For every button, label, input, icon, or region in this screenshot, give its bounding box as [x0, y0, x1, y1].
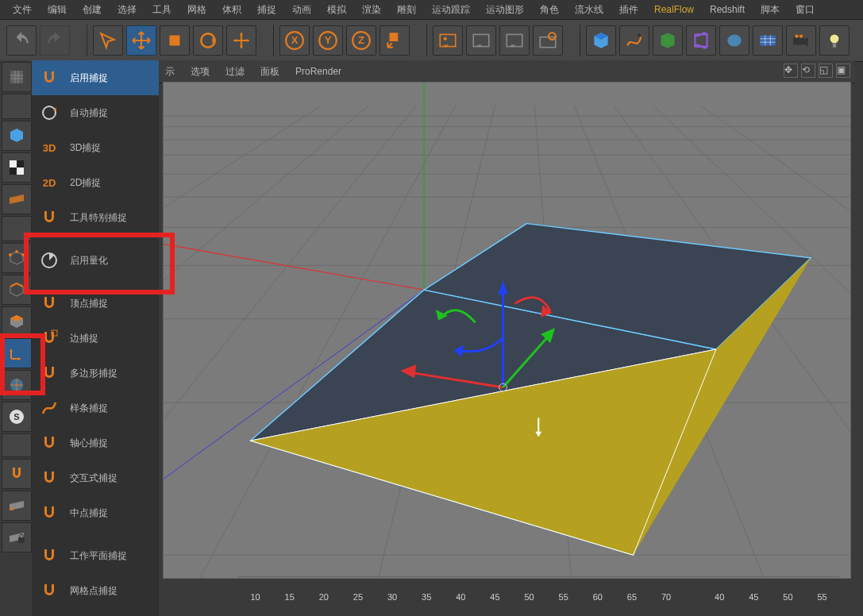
- spline-primitive-button[interactable]: [619, 25, 649, 56]
- edges-mode-button[interactable]: [2, 275, 32, 305]
- select-tool[interactable]: [93, 25, 123, 56]
- snap-toggle-button[interactable]: [2, 459, 32, 489]
- svg-rect-12: [507, 34, 522, 46]
- model-mode-button[interactable]: [2, 121, 32, 151]
- snap-auto-item[interactable]: 自动捕捉: [32, 95, 159, 130]
- view-menu-options[interactable]: 选项: [191, 65, 210, 79]
- svg-line-56: [164, 244, 424, 291]
- view-menu-panel[interactable]: 面板: [260, 65, 279, 79]
- snap-edge-item[interactable]: 边捕捉: [32, 321, 159, 356]
- polygons-mode-button[interactable]: [2, 306, 32, 337]
- render-view-button[interactable]: [433, 25, 463, 56]
- snap-vertex-item[interactable]: 顶点捕捉: [32, 286, 159, 321]
- snap-axis-item[interactable]: 轴心捕捉: [32, 425, 159, 460]
- render-settings-button[interactable]: [533, 25, 563, 56]
- menu-sculpt[interactable]: 雕刻: [389, 1, 424, 19]
- menu-script[interactable]: 脚本: [753, 1, 788, 19]
- snap-spline-item[interactable]: 样条捕捉: [32, 391, 159, 425]
- object-axis-button[interactable]: [2, 370, 32, 400]
- render-region-button[interactable]: [499, 25, 530, 56]
- snap-gridpoint-item[interactable]: 网格点捕捉: [32, 573, 159, 608]
- snap-2d-item[interactable]: 2D 2D捕捉: [32, 165, 159, 200]
- view-menu-filter[interactable]: 过滤: [225, 65, 245, 79]
- make-editable-button[interactable]: [2, 62, 32, 92]
- z-axis-toggle[interactable]: Z: [346, 25, 376, 56]
- ruler-tick: 45: [478, 592, 512, 602]
- move-tool[interactable]: [126, 25, 156, 56]
- menu-create[interactable]: 创建: [75, 1, 110, 19]
- separator: [38, 533, 39, 535]
- menu-volume[interactable]: 体积: [214, 1, 249, 19]
- menu-file[interactable]: 文件: [5, 1, 40, 19]
- redo-button[interactable]: [40, 25, 70, 56]
- view-menu-prorender[interactable]: ProRender: [295, 66, 341, 77]
- camera-button[interactable]: [786, 25, 816, 56]
- rotate-tool[interactable]: [193, 25, 223, 56]
- menu-snap[interactable]: 捕捉: [249, 1, 284, 19]
- viewport-nav-icon[interactable]: ▣: [836, 64, 850, 78]
- workplane-snap-button[interactable]: [2, 491, 32, 521]
- snap-item-label: 3D捕捉: [70, 141, 101, 155]
- snap-item-label: 顶点捕捉: [70, 297, 108, 310]
- menu-edit[interactable]: 编辑: [40, 1, 75, 19]
- menu-animate[interactable]: 动画: [284, 1, 319, 19]
- menu-motiontrack[interactable]: 运动跟踪: [424, 1, 478, 19]
- menu-realflow[interactable]: RealFlow: [646, 2, 702, 17]
- menu-window[interactable]: 窗口: [788, 1, 823, 19]
- points-mode-button[interactable]: [2, 243, 32, 273]
- snap-midpoint-item[interactable]: 中点捕捉: [32, 495, 159, 530]
- snap-item-label: 启用捕捉: [70, 71, 108, 85]
- free-tool[interactable]: [226, 25, 256, 56]
- floor-button[interactable]: [753, 25, 783, 56]
- menu-pipeline[interactable]: 流水线: [567, 1, 611, 19]
- deformer-button[interactable]: [686, 25, 716, 56]
- timeline-ruler[interactable]: 10 15 20 25 30 35 40 45 50 55 60 65 70 4…: [238, 579, 839, 602]
- texture-mode-button[interactable]: [2, 152, 32, 183]
- coord-system-button[interactable]: [379, 25, 410, 56]
- menu-character[interactable]: 角色: [532, 1, 567, 19]
- menu-tools[interactable]: 工具: [144, 1, 179, 19]
- cube-primitive-button[interactable]: [586, 25, 616, 56]
- svg-rect-23: [17, 167, 24, 175]
- viewport-nav-icon[interactable]: ◱: [819, 64, 833, 78]
- menu-plugins[interactable]: 插件: [611, 1, 646, 19]
- svg-point-19: [830, 34, 839, 43]
- snap-workplane-item[interactable]: 工作平面捕捉: [32, 538, 159, 573]
- 3d-viewport[interactable]: [164, 83, 850, 578]
- viewport-nav-icon[interactable]: ✥: [784, 64, 798, 78]
- separator: [38, 238, 39, 240]
- view-menu-display[interactable]: 示: [165, 65, 175, 79]
- menu-mesh[interactable]: 网格: [179, 1, 214, 19]
- menu-select[interactable]: 选择: [110, 1, 144, 19]
- 2d-icon: 2D: [38, 171, 60, 194]
- lock-workplane-button[interactable]: [2, 522, 32, 552]
- snap-3d-item[interactable]: 3D 3D捕捉: [32, 130, 159, 165]
- ruler-tick: 30: [376, 592, 410, 602]
- light-button[interactable]: [819, 25, 850, 56]
- y-axis-toggle[interactable]: Y: [313, 25, 343, 56]
- ruler-tick: 60: [580, 592, 615, 602]
- svg-point-14: [549, 33, 556, 40]
- magnet-icon: [38, 292, 60, 314]
- axis-mode-button[interactable]: [2, 338, 32, 368]
- scale-tool[interactable]: [160, 25, 190, 56]
- menu-simulate[interactable]: 模拟: [319, 1, 354, 19]
- ruler-tick: 40: [703, 592, 737, 602]
- snap-quantize-item[interactable]: 启用量化: [32, 243, 159, 278]
- menu-render[interactable]: 渲染: [354, 1, 389, 19]
- generator-button[interactable]: [653, 25, 683, 56]
- menu-redshift[interactable]: Redshift: [702, 2, 753, 17]
- undo-button[interactable]: [6, 25, 37, 56]
- snap-polygon-item[interactable]: 多边形捕捉: [32, 356, 159, 391]
- snap-flyout-menu: 启用捕捉 自动捕捉 3D 3D捕捉 2D 2D捕捉 工具特别捕捉 启用量化 顶点…: [32, 60, 160, 616]
- menu-mograph[interactable]: 运动图形: [478, 1, 532, 19]
- snap-tool-item[interactable]: 工具特别捕捉: [32, 200, 159, 235]
- x-axis-toggle[interactable]: X: [279, 25, 310, 56]
- render-picture-button[interactable]: [466, 25, 496, 56]
- scene-object-button[interactable]: [719, 25, 749, 56]
- snap-interactive-item[interactable]: 交互式捕捉: [32, 460, 159, 495]
- viewport-nav-icon[interactable]: ⟲: [801, 64, 815, 78]
- s-mode-button[interactable]: S: [2, 402, 32, 432]
- workplane-mode-button[interactable]: [2, 184, 32, 214]
- snap-enable-item[interactable]: 启用捕捉: [32, 60, 159, 95]
